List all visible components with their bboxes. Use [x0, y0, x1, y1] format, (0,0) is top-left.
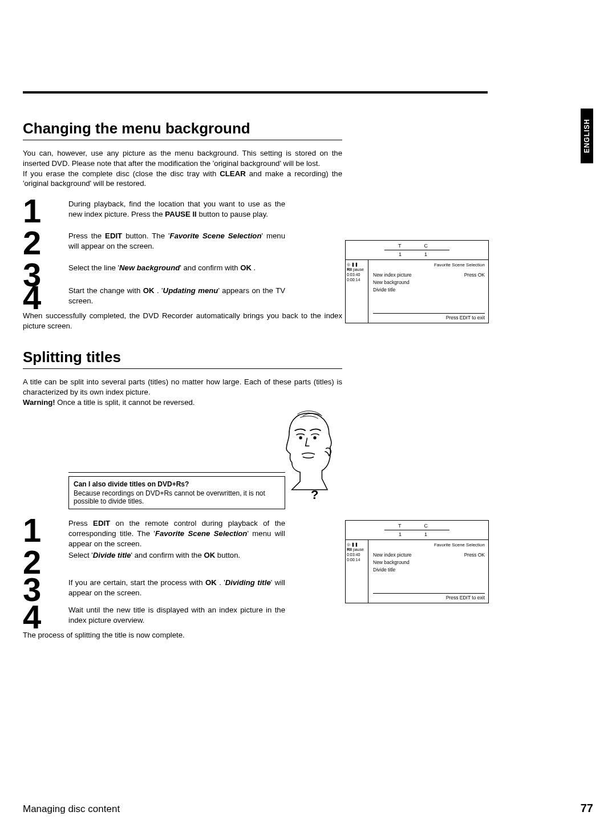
osd-pause: pause — [353, 267, 364, 271]
menu-fav-2: Favorite Scene Selection — [155, 529, 248, 538]
intro-text-1: You can, however, use any picture as the… — [23, 148, 342, 189]
disc-icon-2: ◎ ❚❚ — [347, 542, 367, 547]
osd2-row-newbg: New background — [373, 559, 410, 565]
after-steps-1: When successfully completed, the DVD Rec… — [23, 311, 342, 331]
s2-3a: If you are certain, start the process wi… — [68, 578, 205, 587]
osd-header-2: T C 1 1 — [346, 521, 488, 539]
tip-top-rule — [68, 472, 285, 473]
svg-point-1 — [314, 437, 316, 439]
key-ok-2: OK — [143, 286, 155, 295]
tip-box: Can I also divide titles on DVD+Rs? Beca… — [68, 476, 285, 509]
osd2-time1: 0:03:40 — [347, 552, 367, 557]
main-column: Changing the menu background You can, ho… — [23, 120, 342, 640]
osd2-row-pressok: Press OK — [464, 552, 485, 558]
step4-b: . ' — [155, 286, 163, 295]
key-ok-3: OK — [204, 551, 215, 559]
osd-menu-title: Favorite Scene Selection — [373, 262, 485, 267]
key-pause: PAUSE II — [165, 210, 196, 218]
osd2-hdr-1a: 1 — [399, 531, 410, 537]
step1-b: button to pause play. — [198, 210, 268, 218]
step3-a: Select the line ' — [68, 263, 119, 272]
step3-b: ' and confirm with — [180, 263, 240, 272]
osd2-hdr-c: C — [424, 523, 436, 529]
osd-row-newbg: New background — [373, 279, 410, 285]
osd2-rii: RII — [347, 547, 352, 551]
footer-section-title: Managing disc content — [23, 804, 120, 815]
key-clear: CLEAR — [220, 169, 245, 178]
s2-step-2: 2 Select 'Divide title' and confirm with… — [23, 550, 342, 578]
osd2-right-panel: Favorite Scene Selection New index pictu… — [368, 540, 488, 603]
osd2-hdr-t: T — [398, 523, 410, 529]
intro-text-2: A title can be split into several parts … — [23, 377, 342, 407]
s2-2a: Select ' — [68, 551, 93, 559]
osd2-row-divide: Divide title — [373, 567, 395, 573]
s2-num-4: 4 — [23, 600, 41, 634]
osd2-left-panel: ◎ ❚❚ RII pause 0:03:40 0:00:14 — [346, 540, 368, 603]
osd-hdr-c: C — [424, 243, 436, 249]
warning-label: Warning! — [23, 398, 55, 407]
warning-text: Once a title is split, it cannot be reve… — [55, 398, 195, 407]
svg-point-0 — [299, 437, 302, 439]
s2-1a: Press — [68, 519, 93, 527]
tip-title: Can I also divide titles on DVD+Rs? — [74, 480, 280, 488]
key-ok-4: OK — [205, 578, 217, 587]
osd-screen-1: T C 1 1 ◎ ❚❚ RII pause 0:03:40 0:00:14 F… — [345, 240, 489, 323]
osd2-footer: Press EDIT to exit — [373, 593, 485, 600]
page-footer: Managing disc content 77 — [23, 802, 593, 815]
step2-b: button. The ' — [125, 232, 169, 240]
osd2-time2: 0:00:14 — [347, 557, 367, 562]
step4-a: Start the change with — [68, 286, 143, 295]
language-tab: ENGLISH — [581, 108, 593, 163]
question-mark-icon: ? — [311, 488, 318, 502]
osd-header: T C 1 1 — [346, 241, 488, 259]
step-num-1: 1 — [23, 194, 41, 228]
osd-footer: Press EDIT to exit — [373, 313, 485, 320]
osd-time2: 0:00:14 — [347, 277, 367, 282]
osd-right-panel: Favorite Scene Selection New index pictu… — [368, 260, 488, 323]
osd-hdr-t: T — [398, 243, 410, 249]
top-rule — [23, 91, 488, 94]
step2-a: Press the — [68, 232, 105, 240]
step3-c: . — [252, 263, 256, 272]
heading-changing-menu-background: Changing the menu background — [23, 120, 342, 140]
osd2-row-newindex: New index picture — [373, 552, 412, 558]
person-head-icon — [275, 408, 341, 495]
step-1: 1 During playback, find the location tha… — [23, 199, 342, 231]
osd-rii: RII — [347, 267, 352, 271]
osd2-menu-title: Favorite Scene Selection — [373, 542, 485, 547]
osd-hdr-1b: 1 — [424, 251, 435, 257]
step-2: 2 Press the EDIT button. The 'Favorite S… — [23, 231, 342, 263]
osd2-pause: pause — [353, 547, 364, 551]
tip-body: Because recordings on DVD+Rs cannot be o… — [74, 489, 280, 505]
intro2-a: A title can be split into several parts … — [23, 378, 342, 396]
osd-time1: 0:03:40 — [347, 272, 367, 277]
s2-3b: . ' — [217, 578, 225, 587]
key-edit: EDIT — [105, 232, 122, 240]
osd-left-panel: ◎ ❚❚ RII pause 0:03:40 0:00:14 — [346, 260, 368, 323]
menu-new-bg: New background — [119, 263, 180, 272]
s2-step-1: 1 Press EDIT on the remote control durin… — [23, 518, 342, 550]
osd-hdr-1a: 1 — [399, 251, 410, 257]
osd2-hdr-1b: 1 — [424, 531, 435, 537]
footer-page-number: 77 — [581, 802, 593, 815]
step-num-4: 4 — [23, 281, 41, 314]
menu-updating: Updating menu — [163, 286, 218, 295]
menu-divide: Divide title — [93, 551, 131, 559]
key-edit-2: EDIT — [93, 519, 110, 527]
menu-dividing: Dividing title — [225, 578, 271, 587]
disc-icon: ◎ ❚❚ — [347, 262, 367, 267]
osd-row-pressok: Press OK — [464, 272, 485, 278]
s2-2c: button. — [215, 551, 240, 559]
osd-row-newindex: New index picture — [373, 272, 412, 278]
menu-fav-scene: Favorite Scene Selection — [170, 232, 262, 240]
after-steps-2: The process of splitting the title is no… — [23, 630, 342, 640]
s2-2b: ' and confirm with the — [131, 551, 204, 559]
s2-4: Wait until the new title is displayed wi… — [68, 606, 285, 624]
s2-num-1: 1 — [23, 514, 41, 547]
osd-screen-2: T C 1 1 ◎ ❚❚ RII pause 0:03:40 0:00:14 F… — [345, 520, 489, 603]
key-ok-1: OK — [240, 263, 252, 272]
step-num-2: 2 — [23, 226, 41, 259]
step-4: 4 Start the change with OK . 'Updating m… — [23, 286, 342, 309]
step-3: 3 Select the line 'New background' and c… — [23, 263, 342, 286]
s2-step-3: 3 If you are certain, start the process … — [23, 578, 342, 605]
